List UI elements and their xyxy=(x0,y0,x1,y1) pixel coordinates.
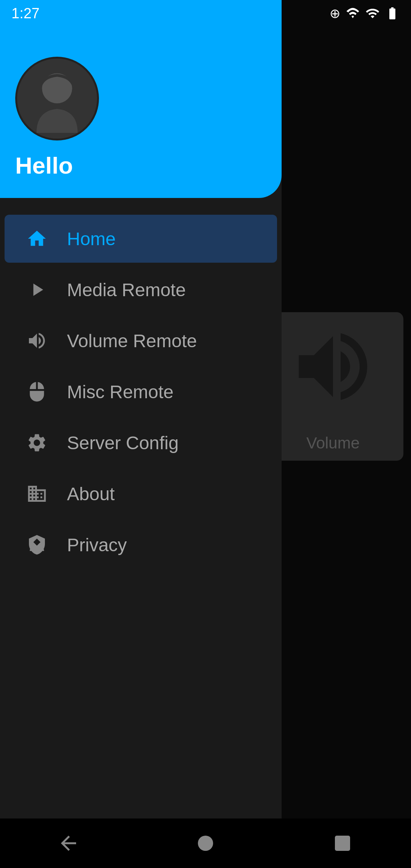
nav-label-media-remote: Media Remote xyxy=(67,279,186,300)
about-icon xyxy=(24,480,50,507)
app-icon: ⊕ xyxy=(330,6,340,21)
drawer-nav: Home Media Remote Volume Remote xyxy=(0,198,282,868)
home-button[interactable] xyxy=(183,828,228,858)
nav-item-volume-remote[interactable]: Volume Remote xyxy=(5,317,277,365)
status-icons: ⊕ xyxy=(330,6,400,21)
back-button[interactable] xyxy=(46,828,91,858)
navigation-drawer: Hello Home Media Remote xyxy=(0,0,282,868)
play-icon xyxy=(24,276,50,303)
status-time: 1:27 xyxy=(11,5,40,22)
privacy-icon xyxy=(24,531,50,558)
settings-icon xyxy=(24,429,50,456)
home-icon xyxy=(24,225,50,252)
volume-icon xyxy=(24,327,50,354)
wifi-icon xyxy=(346,6,360,21)
nav-item-media-remote[interactable]: Media Remote xyxy=(5,266,277,314)
drawer-header: Hello xyxy=(0,0,282,198)
nav-item-server-config[interactable]: Server Config xyxy=(5,419,277,467)
recents-button[interactable] xyxy=(320,828,365,858)
signal-icon xyxy=(365,6,380,21)
nav-item-privacy[interactable]: Privacy xyxy=(5,521,277,569)
avatar-image xyxy=(23,64,91,133)
avatar xyxy=(15,57,99,140)
mouse-icon xyxy=(24,378,50,405)
nav-label-volume-remote: Volume Remote xyxy=(67,330,197,351)
nav-label-privacy: Privacy xyxy=(67,535,127,555)
svg-point-1 xyxy=(198,836,213,851)
nav-label-server-config: Server Config xyxy=(67,432,178,453)
status-bar: 1:27 ⊕ xyxy=(0,0,411,27)
nav-label-about: About xyxy=(67,483,115,504)
nav-label-misc-remote: Misc Remote xyxy=(67,381,174,402)
battery-icon xyxy=(385,6,400,21)
drawer-greeting: Hello xyxy=(15,152,73,179)
nav-item-home[interactable]: Home xyxy=(5,215,277,263)
nav-item-misc-remote[interactable]: Misc Remote xyxy=(5,368,277,416)
bottom-nav-bar xyxy=(0,819,411,868)
svg-rect-2 xyxy=(335,836,350,851)
nav-item-about[interactable]: About xyxy=(5,470,277,518)
nav-label-home: Home xyxy=(67,228,116,249)
